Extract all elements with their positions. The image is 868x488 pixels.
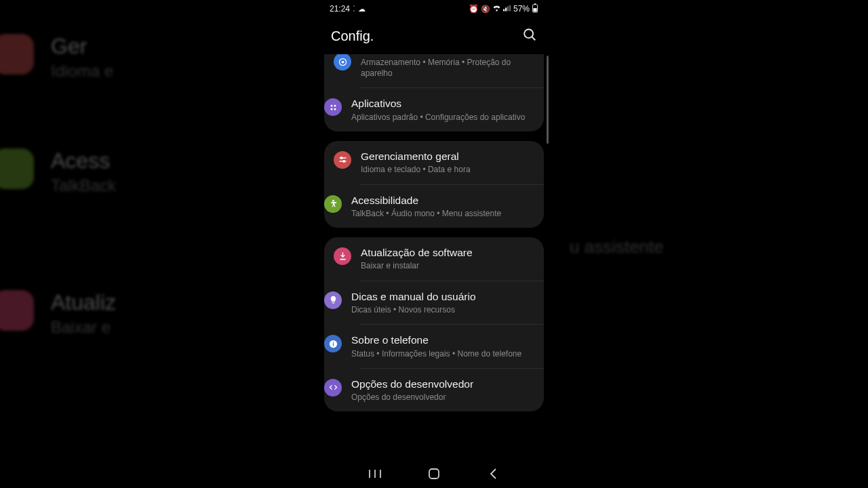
item-subtitle: Idioma e teclado • Data e hora: [361, 164, 534, 175]
svg-rect-1: [505, 7, 507, 11]
item-title: Opções do desenvolvedor: [351, 378, 534, 390]
background-left-blur: Ger Idioma e Acess TalkBack Atualiz Baix…: [0, 0, 305, 488]
svg-point-10: [341, 60, 344, 63]
svg-rect-22: [332, 343, 333, 346]
settings-item-tips[interactable]: Dicas e manual do usuário Dicas úteis • …: [359, 281, 544, 325]
sliders-icon: [0, 34, 34, 75]
svg-point-19: [332, 200, 334, 202]
svg-point-11: [330, 104, 332, 106]
svg-rect-2: [507, 6, 509, 12]
status-time: 21:24: [330, 4, 350, 14]
device-care-icon: [334, 54, 351, 70]
settings-item-device-care[interactable]: Armazenamento • Memória • Proteção do ap…: [324, 54, 544, 87]
status-separator: ⁚: [353, 4, 355, 14]
settings-list: Armazenamento • Memória • Proteção do ap…: [319, 54, 549, 460]
info-icon: [324, 335, 342, 352]
item-subtitle: TalkBack • Áudio mono • Menu assistente: [351, 208, 534, 219]
settings-item-accessibility[interactable]: Acessibilidade TalkBack • Áudio mono • M…: [359, 184, 544, 228]
settings-item-developer[interactable]: Opções do desenvolvedor Opções do desenv…: [359, 368, 544, 412]
mute-icon: 🔇: [481, 5, 490, 14]
page-title: Config.: [331, 28, 374, 44]
item-subtitle: Aplicativos padrão • Configurações do ap…: [351, 112, 534, 123]
item-subtitle: Opções do desenvolvedor: [351, 392, 534, 403]
settings-item-general[interactable]: Gerenciamento geral Idioma e teclado • D…: [324, 141, 544, 184]
apps-icon: [324, 98, 342, 116]
nav-recents-button[interactable]: [361, 460, 389, 487]
svg-point-12: [334, 104, 336, 106]
bulb-icon: [324, 291, 342, 309]
background-right-blur: u assistente: [563, 0, 868, 488]
item-title: Dicas e manual do usuário: [351, 290, 534, 303]
cloud-icon: ☁: [358, 5, 366, 14]
accessibility-icon: [324, 195, 342, 213]
svg-point-13: [330, 108, 332, 110]
wifi-icon: [492, 4, 501, 14]
svg-rect-0: [503, 9, 505, 12]
svg-rect-5: [533, 8, 536, 12]
nav-back-button[interactable]: [479, 460, 507, 487]
svg-rect-3: [509, 5, 511, 12]
nav-home-button[interactable]: [420, 460, 448, 487]
status-bar: 21:24 ⁚ ☁ ⏰ 🔇 57%: [319, 0, 549, 18]
accessibility-icon: [0, 148, 34, 189]
sliders-icon: [334, 151, 351, 169]
svg-point-23: [332, 342, 334, 343]
scrollbar[interactable]: [547, 56, 549, 144]
dev-icon: [324, 379, 342, 396]
svg-rect-27: [429, 469, 439, 479]
item-title: Atualização de software: [361, 246, 534, 259]
navigation-bar: [319, 460, 549, 488]
svg-rect-20: [340, 258, 346, 260]
item-subtitle: Armazenamento • Memória • Proteção do ap…: [361, 57, 534, 79]
svg-line-8: [532, 37, 536, 41]
svg-point-18: [343, 161, 345, 163]
search-button[interactable]: [522, 27, 537, 45]
download-icon: [334, 247, 351, 265]
download-icon: [0, 290, 34, 331]
item-title: Sobre o telefone: [351, 333, 534, 346]
item-title: Gerenciamento geral: [361, 150, 534, 163]
settings-item-about-phone[interactable]: Sobre o telefone Status • Informações le…: [359, 324, 544, 368]
svg-rect-6: [534, 3, 536, 5]
header: Config.: [319, 18, 549, 54]
settings-card: Armazenamento • Memória • Proteção do ap…: [324, 54, 544, 131]
item-title: Acessibilidade: [351, 194, 534, 207]
svg-point-14: [334, 108, 336, 110]
alarm-icon: ⏰: [469, 4, 479, 14]
item-subtitle: Status • Informações legais • Nome do te…: [351, 348, 534, 359]
settings-card: Atualização de software Baixar e instala…: [324, 237, 544, 411]
battery-text: 57%: [513, 4, 530, 14]
item-subtitle: Baixar e instalar: [361, 260, 534, 271]
battery-icon: [532, 3, 538, 15]
svg-point-7: [524, 29, 533, 38]
phone-frame: 21:24 ⁚ ☁ ⏰ 🔇 57% Config.: [319, 0, 549, 488]
item-subtitle: Dicas úteis • Novos recursos: [351, 304, 534, 315]
settings-item-apps[interactable]: Aplicativos Aplicativos padrão • Configu…: [359, 87, 544, 131]
settings-card: Gerenciamento geral Idioma e teclado • D…: [324, 141, 544, 228]
svg-point-17: [340, 157, 342, 159]
item-title: Aplicativos: [351, 97, 534, 110]
signal-icon: [503, 4, 511, 14]
settings-item-software-update[interactable]: Atualização de software Baixar e instala…: [324, 237, 544, 281]
